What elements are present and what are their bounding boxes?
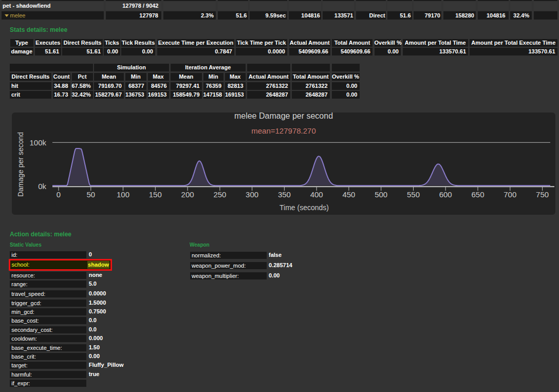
svg-text:Damage per second: Damage per second bbox=[16, 132, 25, 197]
svg-text:melee Damage per second: melee Damage per second bbox=[234, 113, 333, 120]
svg-text:Time (seconds): Time (seconds) bbox=[280, 203, 329, 212]
svg-text:200: 200 bbox=[181, 190, 194, 199]
svg-text:700: 700 bbox=[504, 190, 516, 199]
svg-text:150: 150 bbox=[149, 190, 162, 199]
svg-text:400: 400 bbox=[310, 190, 323, 199]
svg-text:50: 50 bbox=[86, 190, 95, 199]
svg-text:450: 450 bbox=[342, 190, 355, 199]
svg-text:350: 350 bbox=[278, 190, 291, 199]
svg-text:300: 300 bbox=[246, 190, 258, 199]
svg-text:550: 550 bbox=[407, 190, 420, 199]
svg-text:500: 500 bbox=[375, 190, 387, 199]
svg-text:250: 250 bbox=[213, 190, 226, 199]
svg-text:600: 600 bbox=[439, 190, 452, 199]
svg-text:650: 650 bbox=[471, 190, 484, 199]
svg-text:0k: 0k bbox=[38, 182, 46, 191]
svg-text:100k: 100k bbox=[29, 138, 46, 147]
svg-text:750: 750 bbox=[536, 190, 549, 199]
svg-text:0: 0 bbox=[57, 190, 61, 199]
svg-text:100: 100 bbox=[117, 190, 129, 199]
svg-text:mean=127978.270: mean=127978.270 bbox=[251, 126, 316, 135]
